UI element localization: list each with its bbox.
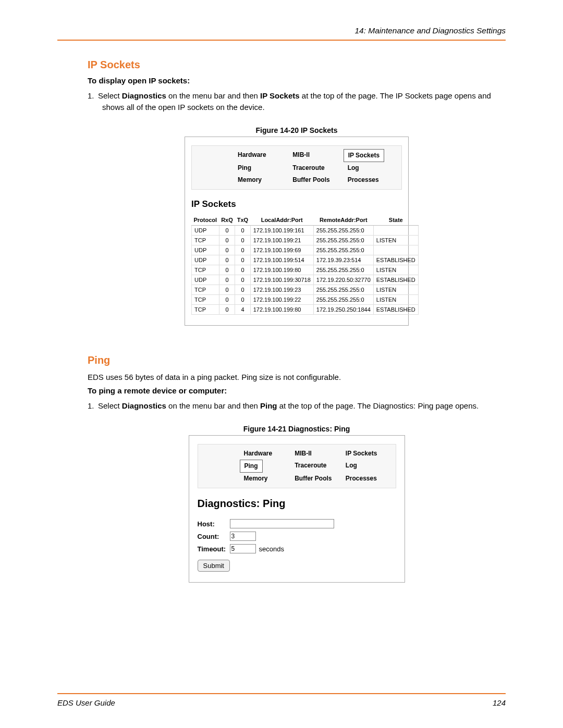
tab-log[interactable]: Log [341,460,393,472]
cell-remote: 255.255.255.255:0 [313,295,373,305]
footer-guide: EDS User Guide [57,698,115,707]
cell-rxq: 0 [219,285,235,295]
tab-buffer-pools[interactable]: Buffer Pools [290,473,341,485]
tab-ping[interactable]: Ping [240,460,263,473]
table-row: TCP04172.19.100.199:80172.19.250.250:184… [192,305,419,315]
cell-txq: 0 [235,245,250,255]
col-local: LocalAddr:Port [250,215,313,226]
cell-state [373,226,418,236]
cell-remote: 172.19.39.23:514 [313,255,373,265]
cell-txq: 0 [235,265,250,275]
page-footer: EDS User Guide 124 [57,693,506,707]
cell-protocol: TCP [192,265,219,275]
cell-remote: 255.255.255.255:0 [313,226,373,236]
table-row: UDP00172.19.100.199:30718172.19.220.50:3… [192,275,419,285]
table-row: UDP00172.19.100.199:514172.19.39.23:514E… [192,255,419,265]
chapter-header: 14: Maintenance and Diagnostics Settings [57,26,506,35]
cell-state: LISTEN [373,295,418,305]
cell-protocol: TCP [192,236,219,245]
figure-21-label: Figure 14-21 Diagnostics: Ping [88,425,506,433]
step-1-ip-sockets: 1.Select Diagnostics on the menu bar and… [88,90,506,113]
host-input[interactable] [230,519,334,528]
cell-txq: 0 [235,226,250,236]
cell-txq: 4 [235,305,250,315]
timeout-input[interactable] [230,544,256,553]
figure-20-label: Figure 14-20 IP Sockets [88,126,506,134]
cell-rxq: 0 [219,226,235,236]
timeout-label: Timeout: [198,545,230,553]
subheading-ping-remote: To ping a remote device or computer: [88,386,506,395]
host-label: Host: [198,520,230,528]
tab-buffer-pools[interactable]: Buffer Pools [288,174,343,186]
section-ip-sockets-title: IP Sockets [88,59,506,71]
cell-local: 172.19.100.199:22 [250,295,313,305]
cell-state: ESTABLISHED [373,275,418,285]
cell-remote: 172.19.250.250:1844 [313,305,373,315]
cell-rxq: 0 [219,275,235,285]
cell-local: 172.19.100.199:23 [250,285,313,295]
table-row: UDP00172.19.100.199:69255.255.255.255:0 [192,245,419,255]
cell-protocol: TCP [192,295,219,305]
cell-state: ESTABLISHED [373,255,418,265]
cell-protocol: UDP [192,226,219,236]
col-state: State [373,215,418,226]
table-row: TCP00172.19.100.199:22255.255.255.255:0L… [192,295,419,305]
tab-memory[interactable]: Memory [240,473,291,485]
count-label: Count: [198,533,230,540]
tab-mib-ii[interactable]: MIB-II [290,448,341,460]
cell-state: LISTEN [373,285,418,295]
cell-txq: 0 [235,236,250,245]
cell-state: LISTEN [373,265,418,275]
footer-page-number: 124 [493,698,506,707]
panel-title-ip-sockets: IP Sockets [191,199,402,209]
step-number: 1. [88,400,98,412]
tab-hardware[interactable]: Hardware [234,149,288,161]
col-rxq: RxQ [219,215,235,226]
section-ping-title: Ping [88,354,506,366]
cell-local: 172.19.100.199:30718 [250,275,313,285]
submit-button[interactable]: Submit [198,560,230,572]
cell-txq: 0 [235,285,250,295]
tab-bar: Hardware MIB-II IP Sockets Ping Tracerou… [198,444,396,489]
footer-rule [57,693,506,694]
cell-state [373,245,418,255]
tab-traceroute[interactable]: Traceroute [290,460,341,472]
tab-processes[interactable]: Processes [344,174,398,186]
tab-memory[interactable]: Memory [234,174,288,186]
cell-local: 172.19.100.199:21 [250,236,313,245]
cell-local: 172.19.100.199:80 [250,305,313,315]
cell-remote: 255.255.255.255:0 [313,285,373,295]
table-row: TCP00172.19.100.199:23255.255.255.255:0L… [192,285,419,295]
cell-local: 172.19.100.199:80 [250,265,313,275]
subheading-display-sockets: To display open IP sockets: [88,76,506,85]
cell-remote: 255.255.255.255:0 [313,245,373,255]
cell-rxq: 0 [219,265,235,275]
cell-state: ESTABLISHED [373,305,418,315]
tab-bar: Hardware MIB-II IP Sockets Ping Tracerou… [191,145,402,190]
header-rule [57,40,506,41]
cell-protocol: TCP [192,305,219,315]
cell-protocol: TCP [192,285,219,295]
cell-rxq: 0 [219,255,235,265]
col-txq: TxQ [235,215,250,226]
tab-ip-sockets[interactable]: IP Sockets [341,448,393,460]
tab-log[interactable]: Log [344,162,398,174]
tab-ip-sockets[interactable]: IP Sockets [344,149,384,162]
cell-txq: 0 [235,295,250,305]
tab-hardware[interactable]: Hardware [240,448,291,460]
step-number: 1. [88,90,98,102]
table-row: TCP00172.19.100.199:80255.255.255.255:0L… [192,265,419,275]
tab-ping[interactable]: Ping [234,162,288,174]
cell-state: LISTEN [373,236,418,245]
count-input[interactable] [230,532,256,541]
cell-protocol: UDP [192,245,219,255]
tab-processes[interactable]: Processes [341,473,393,485]
ping-intro: EDS uses 56 bytes of data in a ping pack… [88,372,506,383]
cell-rxq: 0 [219,295,235,305]
cell-rxq: 0 [219,245,235,255]
tab-mib-ii[interactable]: MIB-II [288,149,343,161]
cell-rxq: 0 [219,236,235,245]
figure-21: Hardware MIB-II IP Sockets Ping Tracerou… [189,435,405,583]
cell-rxq: 0 [219,305,235,315]
tab-traceroute[interactable]: Traceroute [288,162,343,174]
